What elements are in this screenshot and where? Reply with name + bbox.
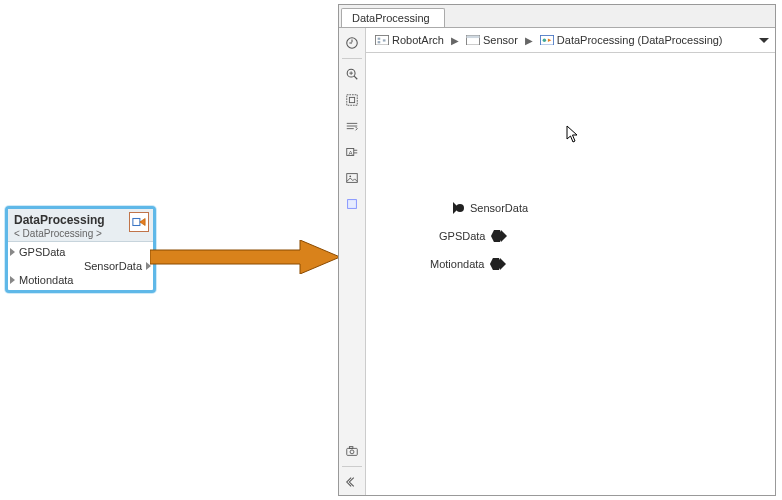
crumb-label: DataProcessing (DataProcessing): [557, 34, 723, 46]
tab-dataprocessing[interactable]: DataProcessing: [341, 8, 445, 27]
model-icon: [375, 34, 389, 46]
image-icon[interactable]: [340, 166, 364, 190]
annotation-icon[interactable]: A: [340, 140, 364, 164]
svg-rect-15: [347, 174, 358, 183]
nav-up-icon[interactable]: [340, 31, 364, 55]
svg-point-20: [350, 450, 354, 454]
svg-rect-19: [349, 447, 353, 449]
separator: [342, 466, 362, 467]
svg-rect-27: [540, 35, 553, 45]
area-icon[interactable]: [340, 192, 364, 216]
canvas-wrap: RobotArch ▶ Sensor ▶ DataProcessing (Dat…: [366, 28, 775, 495]
panel-body: A RobotArch ▶ Sensor: [339, 28, 775, 495]
crumb-label: Sensor: [483, 34, 518, 46]
editor-panel: DataProcessing A: [338, 4, 776, 496]
port-label: Motiondata: [430, 258, 484, 270]
chevron-right-icon: ▶: [451, 35, 459, 46]
canvas-port-motiondata[interactable]: Motiondata: [430, 257, 503, 271]
block-port-in-motion[interactable]: Motiondata: [8, 273, 153, 287]
svg-point-28: [542, 38, 546, 42]
canvas-port-sensordata[interactable]: SensorData: [451, 201, 528, 215]
open-component-icon[interactable]: [129, 212, 149, 232]
block-port-in-gps[interactable]: GPSData: [8, 245, 153, 259]
block-body: GPSData SensorData Motiondata: [8, 242, 153, 290]
crumb-mid[interactable]: Sensor: [463, 33, 521, 47]
outport-icon: [489, 257, 503, 271]
stage: DataProcessing < DataProcessing > GPSDat…: [0, 0, 782, 500]
canvas[interactable]: SensorData GPSData Motiondata: [366, 53, 775, 495]
auto-arrange-icon[interactable]: [340, 114, 364, 138]
tab-bar: DataProcessing: [339, 5, 775, 28]
svg-rect-6: [347, 95, 358, 106]
inport-icon: [451, 201, 465, 215]
port-label: Motiondata: [19, 274, 73, 286]
svg-rect-24: [383, 39, 386, 41]
svg-rect-22: [378, 37, 381, 39]
block-port-out-sensor[interactable]: SensorData: [8, 259, 153, 273]
block-header: DataProcessing < DataProcessing >: [8, 209, 153, 242]
inport-icon: [10, 276, 15, 284]
dataprocessing-block[interactable]: DataProcessing < DataProcessing > GPSDat…: [5, 206, 156, 293]
svg-rect-17: [348, 200, 357, 209]
port-label: GPSData: [439, 230, 485, 242]
svg-text:A: A: [349, 149, 354, 156]
block-title: DataProcessing: [14, 213, 147, 227]
subsystem-icon: [466, 34, 480, 46]
breadcrumb: RobotArch ▶ Sensor ▶ DataProcessing (Dat…: [366, 28, 775, 53]
chevron-right-icon: ▶: [525, 35, 533, 46]
svg-rect-26: [466, 35, 479, 38]
zoom-icon[interactable]: [340, 62, 364, 86]
crumb-root[interactable]: RobotArch: [372, 33, 447, 47]
inport-icon: [10, 248, 15, 256]
port-label: SensorData: [84, 260, 142, 272]
crumb-leaf[interactable]: DataProcessing (DataProcessing): [537, 33, 726, 47]
vertical-toolbar: A: [339, 28, 366, 495]
svg-rect-0: [133, 219, 140, 226]
svg-rect-21: [375, 35, 388, 45]
cursor-icon: [566, 125, 580, 143]
component-icon: [540, 34, 554, 46]
svg-rect-23: [378, 41, 381, 43]
breadcrumb-dropdown-icon[interactable]: [759, 38, 769, 43]
crumb-label: RobotArch: [392, 34, 444, 46]
collapse-icon[interactable]: [340, 470, 364, 494]
tab-label: DataProcessing: [352, 12, 430, 24]
block-subtitle: < DataProcessing >: [14, 228, 147, 239]
svg-rect-18: [347, 448, 358, 455]
drill-arrow-icon: [150, 240, 340, 274]
fit-icon[interactable]: [340, 88, 364, 112]
port-label: SensorData: [470, 202, 528, 214]
svg-point-16: [349, 175, 351, 177]
separator: [342, 58, 362, 59]
port-label: GPSData: [19, 246, 65, 258]
outport-icon: [490, 229, 504, 243]
canvas-port-gpsdata[interactable]: GPSData: [439, 229, 504, 243]
svg-line-3: [354, 76, 357, 79]
camera-icon[interactable]: [340, 439, 364, 463]
svg-rect-7: [349, 97, 354, 102]
